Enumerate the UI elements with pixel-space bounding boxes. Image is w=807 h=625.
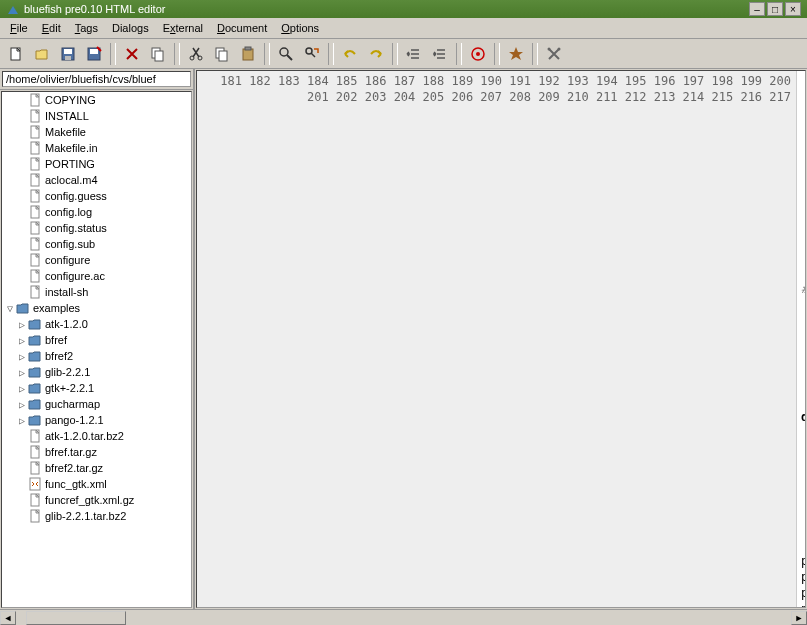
tree-item[interactable]: ▷glib-2.2.1 [2,364,191,380]
file-icon [28,157,42,171]
file-tree[interactable]: COPYINGINSTALLMakefileMakefile.inPORTING… [1,91,192,608]
bookmark-button[interactable] [504,42,528,66]
expand-icon[interactable]: ▷ [16,383,28,394]
unindent-button[interactable] [402,42,426,66]
tree-item-label: config.sub [45,238,95,250]
redo-button[interactable] [364,42,388,66]
expand-icon[interactable]: ▷ [16,319,28,330]
tree-item-label: Makefile.in [45,142,98,154]
expand-icon[interactable]: ▷ [16,399,28,410]
copy-button[interactable] [210,42,234,66]
menu-dialogs[interactable]: Dialogs [106,20,155,36]
copy-button-alt[interactable] [146,42,170,66]
open-button[interactable] [30,42,54,66]
menu-file[interactable]: File [4,20,34,36]
code-area[interactable]: start = 0​ end = string.find(args,',')​ … [797,71,805,607]
tree-item[interactable]: ▷bfref2 [2,348,191,364]
tree-item[interactable]: config.log [2,204,191,220]
code-editor[interactable]: 181 182 183 184 185 186 187 188 189 190 … [196,70,806,608]
scroll-left-button[interactable]: ◄ [0,611,16,625]
indent-button[interactable] [428,42,452,66]
tree-item-label: atk-1.2.0.tar.bz2 [45,430,124,442]
preview-button[interactable] [466,42,490,66]
find-button[interactable] [274,42,298,66]
tree-item[interactable]: Makefile.in [2,140,191,156]
close-file-button[interactable] [120,42,144,66]
toolbar-separator [110,43,116,65]
menu-tags[interactable]: Tags [69,20,104,36]
close-button[interactable]: × [785,2,801,16]
tree-item[interactable]: COPYING [2,92,191,108]
file-icon [28,253,42,267]
tree-item[interactable]: ▷pango-1.2.1 [2,412,191,428]
tree-item-label: Makefile [45,126,86,138]
svg-rect-5 [90,49,98,54]
app-icon [6,2,20,16]
tree-item[interactable]: atk-1.2.0.tar.bz2 [2,428,191,444]
expand-icon[interactable]: ▷ [16,367,28,378]
tree-item[interactable]: config.status [2,220,191,236]
folder-icon [28,333,42,347]
tree-item-label: funcref_gtk.xml.gz [45,494,134,506]
tree-item[interactable]: ▷gucharmap [2,396,191,412]
svg-point-14 [280,48,288,56]
preferences-button[interactable] [542,42,566,66]
save-as-button[interactable] [82,42,106,66]
tree-item-label: config.log [45,206,92,218]
expand-icon[interactable]: ▽ [4,303,16,314]
tree-item[interactable]: aclocal.m4 [2,172,191,188]
tree-item[interactable]: INSTALL [2,108,191,124]
tree-item[interactable]: configure [2,252,191,268]
folder-icon [28,413,42,427]
save-button[interactable] [56,42,80,66]
tree-item-label: configure.ac [45,270,105,282]
toolbar-separator [264,43,270,65]
tree-item[interactable]: glib-2.2.1.tar.bz2 [2,508,191,524]
replace-button[interactable] [300,42,324,66]
tree-item[interactable]: ▷atk-1.2.0 [2,316,191,332]
tree-item[interactable]: Makefile [2,124,191,140]
tree-item[interactable]: config.sub [2,236,191,252]
file-icon [28,461,42,475]
minimize-button[interactable]: – [749,2,765,16]
tree-item[interactable]: func_gtk.xml [2,476,191,492]
menu-options[interactable]: Options [275,20,325,36]
h-scrollbar[interactable]: ◄ ► [0,609,807,625]
tree-item-label: pango-1.2.1 [45,414,104,426]
svg-rect-11 [219,51,227,61]
path-input[interactable] [2,71,191,87]
paste-button[interactable] [236,42,260,66]
svg-point-8 [190,56,194,60]
tree-item[interactable]: funcref_gtk.xml.gz [2,492,191,508]
expand-icon[interactable]: ▷ [16,335,28,346]
tree-item[interactable]: config.guess [2,188,191,204]
file-icon [28,93,42,107]
tree-folder-examples[interactable]: ▽examples [2,300,191,316]
undo-button[interactable] [338,42,362,66]
cut-button[interactable] [184,42,208,66]
file-icon [28,237,42,251]
maximize-button[interactable]: □ [767,2,783,16]
scroll-right-button[interactable]: ► [791,611,807,625]
tree-item[interactable]: ▷gtk+-2.2.1 [2,380,191,396]
menu-document[interactable]: Document [211,20,273,36]
menu-external[interactable]: External [157,20,209,36]
svg-point-19 [558,47,561,50]
tree-item-label: COPYING [45,94,96,106]
scroll-thumb[interactable] [26,611,126,625]
file-icon [28,221,42,235]
menu-edit[interactable]: Edit [36,20,67,36]
expand-icon[interactable]: ▷ [16,415,28,426]
svg-point-18 [548,47,551,50]
tree-item[interactable]: ▷bfref [2,332,191,348]
expand-icon[interactable]: ▷ [16,351,28,362]
file-icon [28,269,42,283]
folder-icon [28,349,42,363]
tree-item[interactable]: configure.ac [2,268,191,284]
tree-item[interactable]: bfref2.tar.gz [2,460,191,476]
tree-item[interactable]: bfref.tar.gz [2,444,191,460]
new-button[interactable] [4,42,28,66]
tree-item[interactable]: install-sh [2,284,191,300]
tree-item-label: bfref [45,334,67,346]
tree-item[interactable]: PORTING [2,156,191,172]
